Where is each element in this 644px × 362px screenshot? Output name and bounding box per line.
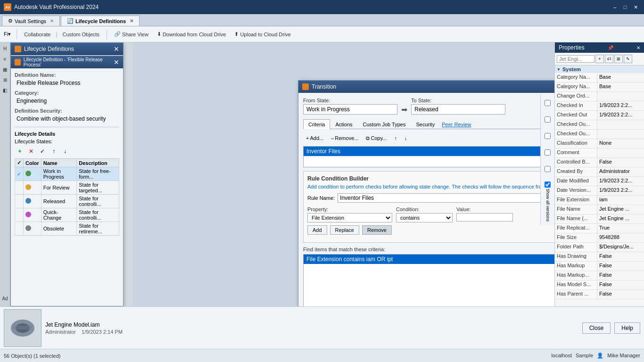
prop-name-4: Checked Out (555, 111, 597, 120)
properties-pin-btn[interactable]: 📌 (608, 45, 613, 50)
tab-criteria[interactable]: Criteria (303, 119, 330, 129)
down-criteria-btn[interactable]: ↓ (402, 133, 410, 143)
tab-custom-job-types[interactable]: Custom Job Types (358, 119, 411, 129)
prop-row: Comment (555, 148, 644, 158)
from-state-field: Work in Progress (303, 104, 397, 115)
table-row[interactable]: ✓ Work in Progress State for free-form..… (15, 167, 119, 181)
def-name-label: Definition Name: (15, 72, 119, 78)
security-label: Definition Security: (15, 108, 119, 114)
lc-inner-close-btn[interactable]: ✕ (114, 58, 119, 66)
prop-row: Checked Ou... (555, 120, 644, 130)
table-row[interactable]: For Review State for targeted... (15, 181, 119, 195)
close-button[interactable]: ✕ (631, 2, 640, 12)
prop-add-btn[interactable]: + (595, 55, 604, 63)
add-criteria-btn[interactable]: + Add... (303, 133, 326, 143)
custom-objects-btn[interactable]: Custom Objects (59, 28, 103, 41)
prop-value-23: False (597, 290, 644, 299)
prop-tag-btn[interactable]: 🏷 (605, 55, 613, 63)
copy-criteria-btn[interactable]: ⧉ Copy... (363, 133, 389, 143)
toolbar-sep-v: | (56, 31, 57, 38)
table-row[interactable]: Released State for controlli... (15, 195, 119, 208)
states-up-btn[interactable]: ↑ (49, 146, 59, 156)
prop-name-7: Classification (555, 139, 597, 148)
prop-edit-btn[interactable]: ✎ (624, 55, 632, 63)
properties-filter[interactable] (557, 55, 594, 63)
system-group-header[interactable]: ▼ System (555, 66, 644, 73)
main-tab-bar: ⚙ Vault Settings ✕ 🔄 Lifecycle Definitio… (0, 14, 644, 26)
states-remove-btn[interactable]: ✕ (26, 146, 36, 156)
rule-row-inventor[interactable]: Inventor Files (304, 147, 554, 156)
prop-value-4: 1/9/2023 2:2... (597, 111, 644, 120)
sidebar-home-icon[interactable]: H (1, 44, 9, 53)
prop-name-1: Category Na... (555, 82, 597, 91)
checkbox-1[interactable] (543, 100, 553, 106)
share-view-btn[interactable]: 🔗 Share View (111, 28, 152, 41)
table-row[interactable]: Obsolete State for retireme... (15, 222, 119, 236)
add-condition-btn[interactable]: Add (307, 225, 327, 235)
minimize-button[interactable]: – (610, 2, 619, 12)
states-check-btn[interactable]: ✓ (37, 146, 48, 156)
table-row[interactable]: Quick-Change State for controlli... (15, 208, 119, 222)
checkbox-2[interactable] (543, 116, 553, 123)
prop-name-19: Has Drawing (555, 252, 597, 261)
tab-icon: ⚙ (8, 18, 13, 24)
tab-security[interactable]: Security (411, 119, 440, 129)
tab-lifecycle[interactable]: 🔄 Lifecycle Definitions ✕ (61, 16, 140, 26)
replace-condition-btn[interactable]: Replace (330, 225, 359, 235)
sidebar-add-icon[interactable]: Ad (1, 294, 9, 303)
app-title: Autodesk Vault Professional 2024 (14, 4, 610, 10)
prop-name-16: File Replicat... (555, 224, 597, 233)
file-menu[interactable]: Fi▾ (4, 31, 11, 37)
properties-close-btn[interactable]: ✕ (636, 45, 640, 50)
find-item[interactable]: File Extension contains iam OR ipt (304, 255, 554, 264)
collaborate-btn[interactable]: Collaborate (21, 28, 54, 41)
prop-row: Created ByAdministrator (555, 167, 644, 177)
maximize-button[interactable]: □ (620, 2, 630, 12)
category-value: Engineering (15, 97, 119, 105)
upload-cloud-btn[interactable]: ⬆ Upload to Cloud Drive (231, 28, 294, 41)
checkbox-5[interactable] (543, 166, 553, 172)
tab-actions[interactable]: Actions (330, 119, 357, 129)
download-cloud-btn[interactable]: ⬇ Download from Cloud Drive (154, 28, 230, 41)
condition-select[interactable]: contains (396, 213, 453, 222)
prop-row: Category Na...Base (555, 82, 644, 92)
states-down-btn[interactable]: ↓ (60, 146, 70, 156)
prop-value-12: 1/9/2023 2:2... (597, 186, 644, 195)
sidebar-menu-icon[interactable]: ≡ (1, 55, 9, 63)
bottom-help-btn[interactable]: Help (614, 322, 640, 334)
checkbox-3[interactable] (543, 133, 553, 139)
properties-header: Properties 📌 ✕ (555, 42, 644, 53)
to-state-field: Released (411, 104, 505, 115)
sidebar-layout-icon[interactable]: ⊞ (1, 75, 9, 84)
prop-name-12: Date Version... (555, 186, 597, 195)
property-select[interactable]: File Extension (307, 213, 392, 222)
col-desc: Description (77, 159, 119, 167)
tab-close-vault[interactable]: ✕ (50, 18, 54, 24)
states-table: ✓ Color Name Description ✓ (15, 158, 119, 236)
sidebar-grid-icon[interactable]: ▦ (1, 65, 9, 74)
close-btn[interactable]: Close (582, 322, 611, 334)
tab-vault-settings[interactable]: ⚙ Vault Settings ✕ (2, 16, 60, 26)
prop-grid-btn[interactable]: ⊞ (614, 55, 623, 63)
value-input[interactable] (456, 213, 513, 222)
status-user-icon: 👤 (597, 353, 603, 359)
prop-name-11: Date Modified (555, 177, 597, 186)
remove-criteria-btn[interactable]: – Remove... (328, 133, 361, 143)
states-add-btn[interactable]: + (15, 146, 25, 156)
status-server: localhost (552, 353, 572, 359)
prop-row: File Name (...Jet Engine ... (555, 214, 644, 224)
peer-review-link[interactable]: Peer Review (442, 122, 471, 127)
show-all-checkbox[interactable] (545, 181, 551, 188)
up-criteria-btn[interactable]: ↑ (391, 133, 400, 143)
color-review (25, 184, 31, 190)
prop-row: Has Model S...False (555, 280, 644, 290)
checkbox-4[interactable] (543, 149, 553, 156)
remove-condition-btn[interactable]: Remove (362, 225, 392, 235)
prop-value-1: Base (597, 82, 644, 91)
lc-def-close-btn[interactable]: ✕ (114, 45, 119, 53)
prop-name-18: Folder Path (555, 243, 597, 252)
sidebar-panel-icon[interactable]: ◧ (1, 86, 9, 94)
from-state-label: From State: (303, 98, 397, 103)
tab-close-lc[interactable]: ✕ (130, 18, 133, 24)
rule-name-input[interactable] (338, 193, 554, 203)
